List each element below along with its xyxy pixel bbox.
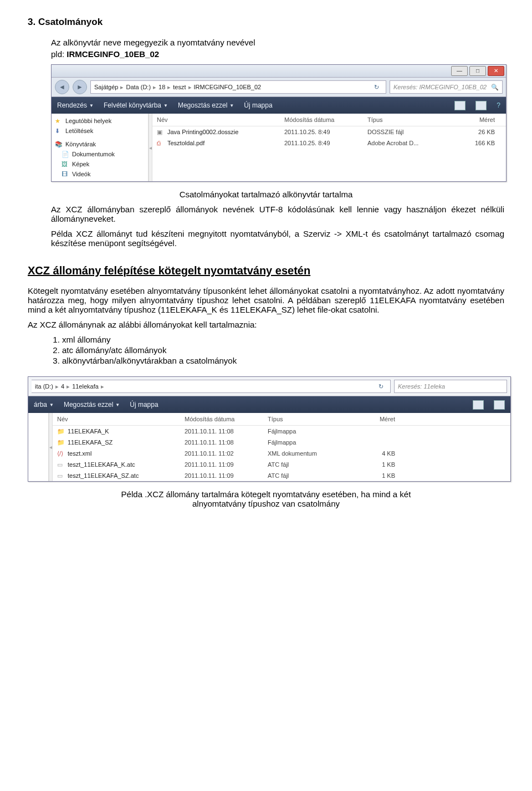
col-modified[interactable]: Módosítás dátuma: [185, 416, 268, 422]
file-row[interactable]: ▭teszt_11ELEKAFA_K.atc 2011.10.11. 11:09…: [53, 459, 510, 470]
toolbar-share[interactable]: Megosztás ezzel▼: [64, 401, 120, 409]
documents-icon: 📄: [62, 151, 69, 157]
file-name: Java Printing0002.dosszie: [167, 129, 238, 135]
help-icon[interactable]: ?: [497, 101, 500, 109]
paragraph-encoding: Az XCZ állományban szereplő állományok n…: [51, 205, 504, 223]
minimize-button[interactable]: —: [451, 66, 468, 76]
col-type[interactable]: Típus: [367, 116, 451, 123]
crumb-segment[interactable]: teszt: [173, 84, 186, 90]
file-list: Név Módosítás dátuma Típus Méret 📁11ELEK…: [53, 413, 510, 481]
col-modified[interactable]: Módosítás dátuma: [284, 116, 367, 123]
view-options-icon[interactable]: [454, 101, 466, 110]
caption-1: Csatolmányokat tartalmazó alkönyvtár tar…: [28, 190, 504, 199]
back-button[interactable]: ◄: [55, 80, 69, 94]
pictures-icon: 🖼: [62, 161, 69, 167]
intro-line-1: Az alkönyvtár neve megegyezik a nyomtatv…: [51, 38, 504, 47]
forward-button[interactable]: ►: [73, 80, 87, 94]
col-size[interactable]: Méret: [351, 416, 406, 422]
file-row[interactable]: ⟨/⟩teszt.xml 2011.10.11. 11:02 XML dokum…: [53, 448, 510, 459]
refresh-icon[interactable]: ↻: [375, 383, 387, 390]
file-row[interactable]: ⎙Tesztoldal.pdf 2011.10.25. 8:49 Adobe A…: [152, 137, 506, 149]
file-name: Tesztoldal.pdf: [167, 140, 204, 146]
downloads-icon: ⬇: [55, 127, 63, 134]
file-icon: ▭: [57, 472, 65, 479]
refresh-icon[interactable]: ↻: [370, 84, 382, 91]
videos-icon: 🎞: [62, 171, 69, 177]
col-size[interactable]: Méret: [451, 116, 506, 123]
recent-icon: ★: [55, 118, 63, 124]
nav-documents[interactable]: 📄Dokumentumok: [55, 149, 148, 159]
explorer-window-2: ita (D:)▸ 4▸ 11elekafa▸ ↻ Keresés: 11ele…: [28, 376, 511, 482]
crumb-segment[interactable]: Data (D:): [126, 84, 151, 90]
file-modified: 2011.10.25. 8:49: [284, 140, 367, 146]
search-input[interactable]: Keresés: 11eleka: [394, 380, 507, 393]
address-bar: ◄ ► Sajátgép▸ Data (D:)▸ 18▸ teszt▸ IRMC…: [52, 78, 506, 97]
view-options-icon[interactable]: [473, 400, 484, 410]
close-button[interactable]: ✕: [488, 66, 504, 76]
paragraph-example: Példa XCZ állományt tud készíteni megnyi…: [51, 229, 504, 248]
section-heading-kotegelt: XCZ állomány felépítése kötegelt nyomtat…: [28, 264, 504, 277]
toolbar-add-to-library[interactable]: árba▼: [34, 401, 54, 409]
file-row[interactable]: ▣Java Printing0002.dosszie 2011.10.25. 8…: [152, 126, 506, 137]
crumb-segment[interactable]: 11elekafa: [72, 383, 99, 390]
chevron-right-icon: ▸: [55, 383, 59, 390]
file-type: ATC fájl: [268, 461, 351, 468]
xml-icon: ⟨/⟩: [57, 450, 65, 457]
chevron-right-icon: ▸: [101, 383, 104, 390]
maximize-button[interactable]: □: [469, 66, 486, 76]
chevron-right-icon: ▸: [167, 84, 171, 91]
file-icon: ▭: [57, 461, 65, 468]
file-size: 1 KB: [351, 472, 406, 479]
chevron-down-icon: ▼: [49, 402, 54, 407]
file-row[interactable]: 📁11ELEKAFA_SZ 2011.10.11. 11:08 Fájlmapp…: [53, 437, 510, 448]
crumb-segment[interactable]: IRMCEGINFO_10EB_02: [194, 84, 262, 90]
file-list: Név Módosítás dátuma Típus Méret ▣Java P…: [152, 114, 506, 181]
breadcrumb[interactable]: Sajátgép▸ Data (D:)▸ 18▸ teszt▸ IRMCEGIN…: [90, 80, 386, 94]
file-type: Fájlmappa: [268, 439, 351, 446]
toolbar-add-to-library[interactable]: Felvétel könyvtárba▼: [104, 101, 168, 109]
nav-downloads[interactable]: ⬇Letöltések: [55, 126, 148, 136]
crumb-segment[interactable]: 4: [61, 383, 64, 390]
nav-recent[interactable]: ★Legutóbbi helyek: [55, 116, 148, 126]
file-modified: 2011.10.11. 11:09: [185, 472, 268, 479]
crumb-segment[interactable]: ita (D:): [35, 383, 53, 390]
search-input[interactable]: Keresés: IRMCEGINFO_10EB_02 🔍: [390, 80, 503, 94]
crumb-segment[interactable]: Sajátgép: [94, 84, 118, 90]
preview-pane-icon[interactable]: [494, 400, 505, 410]
preview-pane-icon[interactable]: [475, 101, 487, 110]
toolbar-new-folder[interactable]: Új mappa: [244, 101, 272, 109]
file-type: XML dokumentum: [268, 450, 351, 457]
nav-videos[interactable]: 🎞Videók: [55, 169, 148, 179]
file-row[interactable]: ▭teszt_11ELEKAFA_SZ.atc 2011.10.11. 11:0…: [53, 470, 510, 481]
caption-2-line1: Példa .XCZ állomány tartalmára kötegelt …: [121, 489, 411, 499]
splitter[interactable]: ◂: [149, 114, 152, 181]
paragraph-must-contain: Az XCZ állománynak az alábbi állományoka…: [28, 320, 504, 329]
col-name[interactable]: Név: [152, 116, 284, 123]
nav-pictures[interactable]: 🖼Képek: [55, 159, 148, 169]
explorer-content: ★Legutóbbi helyek ⬇Letöltések 📚Könyvtára…: [52, 114, 506, 181]
breadcrumb[interactable]: ita (D:)▸ 4▸ 11elekafa▸ ↻: [32, 380, 391, 393]
explorer-toolbar: árba▼ Megosztás ezzel▼ Új mappa: [28, 396, 510, 413]
crumb-segment[interactable]: 18: [158, 84, 165, 90]
address-bar: ita (D:)▸ 4▸ 11elekafa▸ ↻ Keresés: 11ele…: [28, 377, 510, 396]
chevron-down-icon: ▼: [89, 103, 94, 108]
section-heading: 3. Csatolmányok: [28, 17, 504, 28]
paragraph-kotegelt: Kötegelt nyomtatvány esetében alnyomtatv…: [28, 286, 504, 314]
nav-libraries[interactable]: 📚Könyvtárak: [55, 139, 148, 149]
file-row[interactable]: 📁11ELEKAFA_K 2011.10.11. 11:08 Fájlmappa: [53, 426, 510, 437]
file-size: 26 KB: [451, 129, 506, 135]
toolbar-new-folder[interactable]: Új mappa: [130, 401, 158, 409]
splitter[interactable]: ◂: [49, 413, 53, 481]
toolbar-organize[interactable]: Rendezés▼: [57, 101, 94, 109]
titlebar: — □ ✕: [52, 65, 506, 78]
col-type[interactable]: Típus: [268, 416, 351, 422]
required-files-list: xml állomány atc állomány/atc állományok…: [51, 335, 504, 365]
col-name[interactable]: Név: [53, 416, 185, 422]
file-name: teszt.xml: [68, 450, 91, 457]
toolbar-share[interactable]: Megosztás ezzel▼: [178, 101, 234, 109]
file-icon: ▣: [157, 129, 165, 135]
explorer-toolbar: Rendezés▼ Felvétel könyvtárba▼ Megosztás…: [52, 97, 506, 114]
search-icon: 🔍: [491, 84, 499, 91]
file-type: Adobe Acrobat D...: [367, 140, 451, 146]
list-item: atc állomány/atc állományok: [62, 345, 504, 355]
